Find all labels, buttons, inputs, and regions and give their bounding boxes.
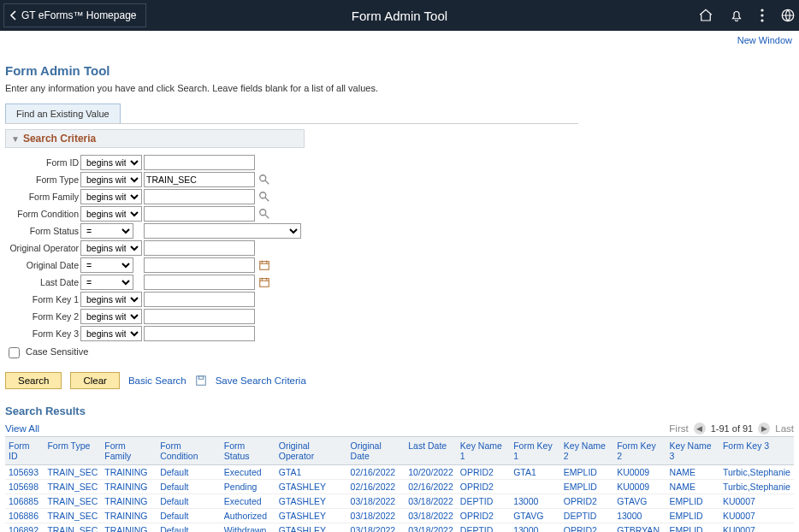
- th-original-operator[interactable]: Original Operator: [279, 440, 314, 461]
- input-original-operator[interactable]: [144, 240, 255, 256]
- cell-link[interactable]: 106892: [9, 525, 38, 532]
- cell-link[interactable]: Turbic,Stephanie: [723, 467, 790, 477]
- cell-link[interactable]: 106886: [9, 511, 38, 521]
- op-form-key-1[interactable]: begins with: [80, 292, 142, 307]
- prev-icon[interactable]: ◀: [694, 423, 706, 434]
- cell-link[interactable]: GTBRYAN: [617, 525, 660, 532]
- cell-link[interactable]: OPRID2: [460, 511, 494, 521]
- input-form-type[interactable]: [144, 172, 255, 187]
- lookup-icon[interactable]: [258, 208, 272, 220]
- cell-link[interactable]: Default: [160, 525, 188, 532]
- op-form-key-3[interactable]: begins with: [80, 326, 142, 341]
- search-button[interactable]: Search: [5, 372, 62, 389]
- th-last-date[interactable]: Last Date: [408, 440, 447, 451]
- cell-link[interactable]: KU0007: [723, 496, 755, 506]
- cell-link[interactable]: EMPLID: [670, 511, 703, 521]
- cell-link[interactable]: DEPTID: [460, 525, 494, 532]
- cell-link[interactable]: 13000: [617, 511, 642, 521]
- th-key-name-1[interactable]: Key Name 1: [460, 440, 502, 461]
- cell-link[interactable]: TRAINING: [104, 482, 147, 492]
- th-form-key-1[interactable]: Form Key 1: [513, 440, 553, 461]
- cell-link[interactable]: GTASHLEY: [279, 496, 326, 506]
- first-link[interactable]: First: [669, 423, 688, 434]
- cell-link[interactable]: 03/18/2022: [351, 496, 396, 506]
- cell-link[interactable]: 105698: [9, 482, 38, 492]
- cell-link[interactable]: TRAINING: [104, 511, 147, 521]
- op-form-family[interactable]: begins with: [80, 189, 142, 204]
- th-key-name-2[interactable]: Key Name 2: [564, 440, 606, 461]
- cell-link[interactable]: GTASHLEY: [279, 482, 326, 492]
- cell-link[interactable]: KU0009: [617, 482, 649, 492]
- search-criteria-header[interactable]: ▼ Search Criteria: [5, 129, 305, 148]
- th-original-date[interactable]: Original Date: [351, 440, 382, 461]
- cell-link[interactable]: 03/18/2022: [351, 525, 396, 532]
- cell-link[interactable]: GTASHLEY: [279, 511, 326, 521]
- cell-link[interactable]: NAME: [670, 467, 695, 477]
- cell-link[interactable]: 105693: [9, 467, 38, 477]
- cell-link[interactable]: TRAIN_SEC: [47, 496, 98, 506]
- op-original-date[interactable]: =: [80, 257, 133, 273]
- cell-link[interactable]: TRAIN_SEC: [47, 525, 98, 532]
- cell-link[interactable]: Default: [160, 511, 188, 521]
- cell-link[interactable]: OPRID2: [460, 482, 494, 492]
- calendar-icon[interactable]: [258, 259, 272, 271]
- case-sensitive-checkbox[interactable]: [9, 347, 20, 358]
- cell-link[interactable]: 02/16/2022: [351, 482, 396, 492]
- basic-search-link[interactable]: Basic Search: [128, 375, 186, 386]
- input-original-date[interactable]: [144, 257, 255, 273]
- cell-link[interactable]: 10/20/2022: [408, 467, 453, 477]
- cell-link[interactable]: 106885: [9, 496, 38, 506]
- op-form-condition[interactable]: begins with: [80, 206, 142, 222]
- cell-link[interactable]: TRAINING: [104, 525, 147, 532]
- bell-icon[interactable]: [729, 8, 744, 23]
- cell-link[interactable]: KU0007: [723, 511, 755, 521]
- save-criteria-link[interactable]: Save Search Criteria: [216, 375, 306, 386]
- th-key-name-3[interactable]: Key Name 3: [670, 440, 712, 461]
- cell-link[interactable]: Default: [160, 482, 188, 492]
- last-link[interactable]: Last: [775, 423, 794, 434]
- th-form-key-2[interactable]: Form Key 2: [617, 440, 656, 461]
- input-form-key-2[interactable]: [144, 309, 255, 324]
- op-original-operator[interactable]: begins with: [80, 240, 142, 256]
- view-all-link[interactable]: View All: [5, 423, 39, 434]
- cell-link[interactable]: Authorized: [224, 511, 267, 521]
- op-last-date[interactable]: =: [80, 275, 133, 290]
- cell-link[interactable]: TRAIN_SEC: [47, 467, 98, 477]
- home-icon[interactable]: [698, 8, 713, 23]
- op-form-type[interactable]: begins with: [80, 172, 142, 187]
- cell-link[interactable]: Executed: [224, 496, 262, 506]
- op-form-id[interactable]: begins with: [80, 155, 142, 170]
- th-form-family[interactable]: Form Family: [104, 440, 131, 461]
- cell-link[interactable]: GTAVG: [617, 496, 647, 506]
- input-form-id[interactable]: [144, 155, 255, 170]
- cell-link[interactable]: DEPTID: [564, 511, 597, 521]
- cell-link[interactable]: KU0007: [723, 525, 755, 532]
- input-form-key-3[interactable]: [144, 326, 255, 341]
- cell-link[interactable]: OPRID2: [564, 496, 597, 506]
- cell-link[interactable]: TRAINING: [104, 496, 147, 506]
- cell-link[interactable]: GTASHLEY: [279, 525, 326, 532]
- cell-link[interactable]: GTA1: [513, 467, 536, 477]
- next-icon[interactable]: ▶: [758, 423, 770, 434]
- th-form-key-3[interactable]: Form Key 3: [723, 440, 769, 451]
- kebab-menu-icon[interactable]: [760, 8, 765, 23]
- cell-link[interactable]: OPRID2: [564, 525, 597, 532]
- input-form-key-1[interactable]: [144, 292, 255, 307]
- cell-link[interactable]: GTA1: [279, 467, 302, 477]
- cell-link[interactable]: Executed: [224, 467, 262, 477]
- cell-link[interactable]: EMPLID: [564, 467, 597, 477]
- cell-link[interactable]: EMPLID: [670, 525, 703, 532]
- cell-link[interactable]: Default: [160, 496, 188, 506]
- globe-icon[interactable]: [780, 8, 796, 23]
- input-form-status[interactable]: [144, 223, 301, 239]
- cell-link[interactable]: DEPTID: [460, 496, 494, 506]
- cell-link[interactable]: TRAIN_SEC: [47, 482, 98, 492]
- calendar-icon[interactable]: [258, 276, 272, 288]
- back-button[interactable]: GT eForms™ Homepage: [3, 3, 146, 27]
- new-window-link[interactable]: New Window: [737, 35, 792, 45]
- cell-link[interactable]: 02/16/2022: [408, 482, 453, 492]
- cell-link[interactable]: GTAVG: [513, 511, 543, 521]
- cell-link[interactable]: Turbic,Stephanie: [723, 482, 790, 492]
- cell-link[interactable]: 13000: [513, 496, 538, 506]
- cell-link[interactable]: TRAIN_SEC: [47, 511, 98, 521]
